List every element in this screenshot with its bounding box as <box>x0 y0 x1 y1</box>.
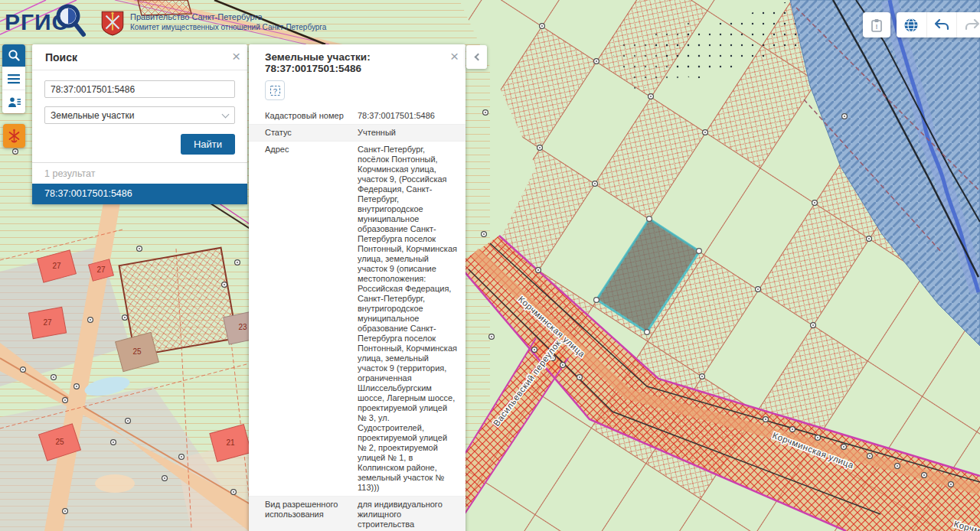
details-panel-title: Земельные участки: 78:37:0017501:5486 × <box>249 44 466 79</box>
search-category-select[interactable]: Земельные участки <box>44 106 235 124</box>
table-row: Статус Учтенный <box>249 124 466 141</box>
building-number: 27 <box>96 266 106 274</box>
building-number: 21 <box>226 438 235 447</box>
gov-header-text: Правительство Санкт-Петербурга Комитет и… <box>130 12 326 31</box>
basemap-button[interactable] <box>897 12 927 37</box>
building-number: 25 <box>132 347 142 356</box>
sidebar-cabinet-button[interactable] <box>2 90 25 113</box>
search-input[interactable] <box>44 80 235 98</box>
svg-text:?: ? <box>273 86 276 95</box>
map-nav-toolbar <box>897 12 980 37</box>
globe-icon <box>903 18 919 33</box>
user-list-icon <box>8 96 21 108</box>
find-button[interactable]: Найти <box>181 134 235 155</box>
sidebar-layers-button[interactable] <box>2 67 25 90</box>
search-panel-title: Поиск × <box>32 44 247 70</box>
hamburger-menu-icon <box>8 73 20 84</box>
report-button[interactable]: ! <box>863 12 890 37</box>
magnifier-logo-icon <box>54 2 87 38</box>
app-window: 27 27 27 25 23 25 21 17 <box>0 0 980 531</box>
search-panel: Поиск × Земельные участки Найти 1 резуль… <box>32 44 247 204</box>
sidebar <box>2 44 25 113</box>
gov-line-1: Правительство Санкт-Петербурга <box>130 12 326 21</box>
clipboard-icon: ! <box>870 18 884 33</box>
results-count: 1 результат <box>32 162 247 184</box>
attributes-table: Кадастровый номер 78:37:0017501:5486 Ста… <box>249 108 466 531</box>
table-row: Адрес Санкт-Петербург, посёлок Понтонный… <box>249 141 466 496</box>
close-icon[interactable]: × <box>450 49 459 64</box>
selected-category: Земельные участки <box>51 110 134 121</box>
search-form: Земельные участки Найти <box>32 70 247 162</box>
building-number: 27 <box>43 318 52 327</box>
identify-geometry-button[interactable]: ? <box>265 80 285 100</box>
sidebar-search-button[interactable] <box>2 44 25 67</box>
redo-arrow-icon <box>964 18 980 32</box>
search-result-item[interactable]: 78:37:0017501:5486 <box>32 184 247 204</box>
chevron-left-icon <box>474 54 482 61</box>
building-number: 25 <box>55 438 64 446</box>
collapse-panel-button[interactable] <box>466 45 487 69</box>
building-number: 23 <box>238 323 247 331</box>
search-icon <box>8 49 21 62</box>
building-number: 27 <box>52 262 61 270</box>
table-row: Вид разрешенного использования для индив… <box>249 496 466 531</box>
spb-emblem-button[interactable] <box>3 124 25 148</box>
spb-anchors-icon <box>8 129 21 143</box>
parcel-details-panel: Земельные участки: 78:37:0017501:5486 × … <box>249 44 466 531</box>
gov-line-2: Комитет имущественных отношений Санкт-Пе… <box>130 23 326 31</box>
question-square-icon: ? <box>270 85 281 96</box>
undo-arrow-icon <box>933 18 950 32</box>
undo-button[interactable] <box>927 12 958 37</box>
svg-text:!: ! <box>876 22 878 30</box>
spb-coat-of-arms <box>100 9 125 37</box>
close-icon[interactable]: × <box>232 49 240 64</box>
chevron-down-icon <box>222 111 230 119</box>
table-row: Кадастровый номер 78:37:0017501:5486 <box>249 108 466 124</box>
redo-button[interactable] <box>957 12 980 37</box>
